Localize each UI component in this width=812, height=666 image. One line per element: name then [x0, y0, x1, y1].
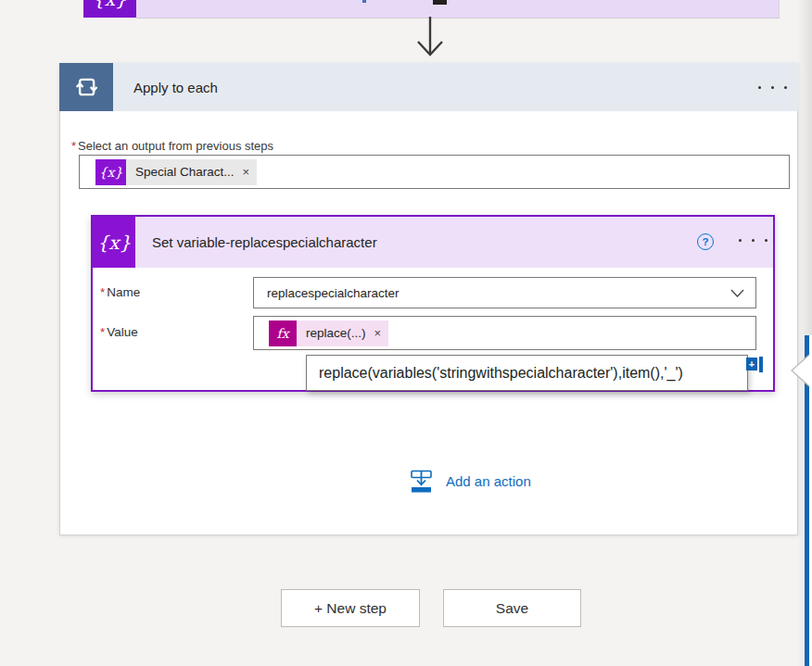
- insert-action-icon: [409, 468, 434, 494]
- expression-token[interactable]: fx replace(...) ×: [269, 320, 388, 346]
- clipped-text-remnant: [433, 0, 447, 5]
- clipped-text-remnant: [362, 0, 366, 3]
- insert-cursor-icon: +: [746, 358, 763, 372]
- required-asterisk: *: [100, 285, 105, 299]
- name-field-label: *Name: [100, 285, 140, 299]
- add-an-action-label: Add an action: [446, 473, 531, 489]
- connector-arrow-icon: [409, 17, 451, 65]
- value-field-label: *Value: [100, 325, 138, 339]
- clipped-card-variable-icon: {x}: [83, 0, 136, 18]
- help-icon[interactable]: ?: [697, 233, 714, 250]
- expression-tooltip-text: replace(variables('stringwithspecialchar…: [319, 365, 683, 382]
- required-asterisk: *: [71, 139, 76, 153]
- apply-to-each-loop-icon: [59, 63, 113, 111]
- expression-tooltip: replace(variables('stringwithspecialchar…: [306, 355, 748, 391]
- remove-token-icon[interactable]: ×: [243, 165, 250, 179]
- save-button[interactable]: Save: [443, 589, 581, 627]
- braces-x-icon: {x}: [93, 0, 127, 10]
- variable-name-value: replacespecialcharacter: [267, 286, 400, 300]
- output-input[interactable]: {x} Special Charact... ×: [79, 155, 790, 189]
- variable-value-input[interactable]: fx replace(...) ×: [253, 316, 756, 350]
- set-variable-more-options-icon[interactable]: [739, 239, 768, 242]
- chevron-down-icon: [730, 289, 744, 297]
- add-an-action-button[interactable]: Add an action: [409, 468, 531, 494]
- remove-token-icon[interactable]: ×: [374, 326, 382, 340]
- required-asterisk: *: [100, 325, 105, 339]
- apply-to-each-more-options-icon[interactable]: [758, 86, 787, 89]
- fx-function-icon: fx: [269, 320, 297, 346]
- token-label: replace(...): [306, 326, 366, 340]
- token-label: Special Charact...: [135, 165, 235, 179]
- variable-name-dropdown[interactable]: replacespecialcharacter: [253, 277, 756, 308]
- clipped-card-header[interactable]: [136, 0, 780, 19]
- output-field-label: *Select an output from previous steps: [71, 139, 273, 153]
- callout-beak-icon: [788, 352, 810, 389]
- variable-braces-x-icon: {x}: [93, 217, 135, 268]
- apply-to-each-title: Apply to each: [133, 80, 218, 95]
- set-variable-title: Set variable-replacespecialcharacter: [152, 234, 377, 250]
- braces-x-icon: {x}: [95, 159, 126, 185]
- apply-to-each-header[interactable]: Apply to each: [59, 63, 798, 111]
- dynamic-content-token[interactable]: {x} Special Charact... ×: [95, 159, 257, 185]
- new-step-button[interactable]: + New step: [281, 589, 420, 627]
- set-variable-header[interactable]: {x} Set variable-replacespecialcharacter: [93, 217, 773, 268]
